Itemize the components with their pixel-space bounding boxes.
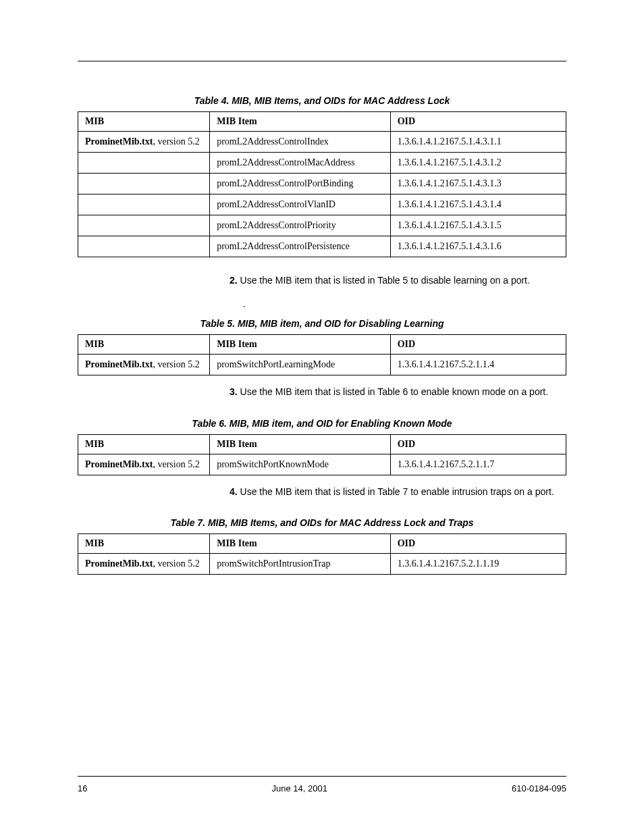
cell-mib: [78, 236, 210, 257]
page-number: 16: [78, 783, 87, 793]
cell-item: promSwitchPortIntrusionTrap: [210, 553, 391, 574]
mib-filename: ProminetMib.txt: [85, 459, 153, 469]
table-row: ProminetMib.txt, version 5.2promL2Addres…: [78, 132, 566, 153]
header-rule: [78, 61, 566, 61]
col-item: MIB Item: [210, 533, 391, 553]
col-oid: OID: [390, 112, 566, 132]
step-2-text: 2. Use the MIB item that is listed in Ta…: [243, 273, 530, 287]
step-text: Use the MIB item that is listed in Table…: [240, 275, 530, 286]
cell-item: promL2AddressControlMacAddress: [210, 153, 391, 174]
table-row: promL2AddressControlVlanID1.3.6.1.4.1.21…: [78, 194, 566, 215]
table-row: promL2AddressControlPriority1.3.6.1.4.1.…: [78, 215, 566, 236]
table6-caption: Table 6. MIB, MIB item, and OID for Enab…: [78, 418, 566, 429]
table-row: promL2AddressControlPersistence1.3.6.1.4…: [78, 236, 566, 257]
cell-oid: 1.3.6.1.4.1.2167.5.1.4.3.1.2: [390, 153, 566, 174]
col-oid: OID: [390, 533, 566, 553]
footer-date: June 14, 2001: [272, 783, 327, 793]
step-4-text: 4. Use the MIB item that is listed in Ta…: [243, 485, 554, 498]
cell-oid: 1.3.6.1.4.1.2167.5.1.4.3.1.1: [390, 132, 566, 153]
cell-oid: 1.3.6.1.4.1.2167.5.1.4.3.1.5: [390, 215, 566, 236]
step-num: 2.: [230, 275, 238, 286]
table-header-row: MIB MIB Item OID: [78, 434, 566, 454]
table4: MIB MIB Item OID ProminetMib.txt, versio…: [78, 111, 566, 257]
footer-rule: [78, 776, 566, 777]
col-mib: MIB: [78, 335, 210, 355]
cell-mib: [78, 215, 210, 236]
mib-version: , version 5.2: [153, 359, 199, 369]
cell-mib: [78, 153, 210, 174]
mib-filename: ProminetMib.txt: [85, 558, 153, 569]
table-row: ProminetMib.txt, version 5.2promSwitchPo…: [78, 454, 566, 475]
table-header-row: MIB MIB Item OID: [78, 335, 566, 355]
col-mib: MIB: [78, 434, 210, 454]
cell-item: promL2AddressControlPortBinding: [210, 174, 391, 194]
cell-oid: 1.3.6.1.4.1.2167.5.2.1.1.7: [390, 454, 566, 475]
table-row: promL2AddressControlPortBinding1.3.6.1.4…: [78, 174, 566, 194]
mib-version: , version 5.2: [153, 459, 199, 469]
table-row: ProminetMib.txt, version 5.2promSwitchPo…: [78, 355, 566, 375]
stray-period: .: [243, 299, 566, 310]
cell-mib: ProminetMib.txt, version 5.2: [78, 355, 210, 375]
step-num: 4.: [230, 486, 238, 497]
table5-body: ProminetMib.txt, version 5.2promSwitchPo…: [78, 355, 566, 375]
cell-item: promL2AddressControlVlanID: [210, 194, 391, 215]
step-3: 3. Use the MIB item that is listed in Ta…: [78, 385, 566, 398]
cell-oid: 1.3.6.1.4.1.2167.5.1.4.3.1.4: [390, 194, 566, 215]
table7: MIB MIB Item OID ProminetMib.txt, versio…: [78, 533, 566, 575]
table6-body: ProminetMib.txt, version 5.2promSwitchPo…: [78, 454, 566, 475]
step-num: 3.: [230, 386, 238, 397]
col-mib: MIB: [78, 112, 210, 132]
table-header-row: MIB MIB Item OID: [78, 112, 566, 132]
cell-mib: [78, 194, 210, 215]
cell-item: promL2AddressControlPriority: [210, 215, 391, 236]
cell-mib: ProminetMib.txt, version 5.2: [78, 553, 210, 574]
table7-caption: Table 7. MIB, MIB Items, and OIDs for MA…: [78, 517, 566, 528]
cell-mib: [78, 174, 210, 194]
col-mib: MIB: [78, 533, 210, 553]
table-row: ProminetMib.txt, version 5.2promSwitchPo…: [78, 553, 566, 574]
mib-filename: ProminetMib.txt: [85, 136, 153, 147]
table4-caption: Table 4. MIB, MIB Items, and OIDs for MA…: [78, 95, 566, 106]
cell-mib: ProminetMib.txt, version 5.2: [78, 454, 210, 475]
col-item: MIB Item: [210, 434, 391, 454]
step-3-text: 3. Use the MIB item that is listed in Ta…: [243, 385, 548, 398]
step-text: Use the MIB item that is listed in Table…: [240, 486, 554, 497]
table6: MIB MIB Item OID ProminetMib.txt, versio…: [78, 434, 566, 475]
table5: MIB MIB Item OID ProminetMib.txt, versio…: [78, 334, 566, 375]
step-4: 4. Use the MIB item that is listed in Ta…: [78, 485, 566, 498]
col-item: MIB Item: [210, 335, 391, 355]
cell-mib: ProminetMib.txt, version 5.2: [78, 132, 210, 153]
cell-oid: 1.3.6.1.4.1.2167.5.2.1.1.19: [390, 553, 566, 574]
table7-body: ProminetMib.txt, version 5.2promSwitchPo…: [78, 553, 566, 574]
table-header-row: MIB MIB Item OID: [78, 533, 566, 553]
col-oid: OID: [390, 434, 566, 454]
col-item: MIB Item: [210, 112, 391, 132]
cell-oid: 1.3.6.1.4.1.2167.5.2.1.1.4: [390, 355, 566, 375]
table4-body: ProminetMib.txt, version 5.2promL2Addres…: [78, 132, 566, 257]
mib-version: , version 5.2: [153, 558, 199, 569]
step-text: Use the MIB item that is listed in Table…: [240, 386, 549, 397]
page-footer: 16 June 14, 2001 610-0184-095: [78, 776, 566, 793]
mib-version: , version 5.2: [153, 136, 199, 147]
cell-item: promSwitchPortKnownMode: [210, 454, 391, 475]
mib-filename: ProminetMib.txt: [85, 359, 153, 369]
doc-number: 610-0184-095: [512, 783, 566, 793]
cell-item: promL2AddressControlIndex: [210, 132, 391, 153]
step-2: 2. Use the MIB item that is listed in Ta…: [78, 273, 566, 287]
page: Table 4. MIB, MIB Items, and OIDs for MA…: [0, 0, 644, 834]
col-oid: OID: [390, 335, 566, 355]
cell-item: promL2AddressControlPersistence: [210, 236, 391, 257]
cell-item: promSwitchPortLearningMode: [210, 355, 391, 375]
table5-caption: Table 5. MIB, MIB item, and OID for Disa…: [78, 318, 566, 329]
table-row: promL2AddressControlMacAddress1.3.6.1.4.…: [78, 153, 566, 174]
cell-oid: 1.3.6.1.4.1.2167.5.1.4.3.1.3: [390, 174, 566, 194]
cell-oid: 1.3.6.1.4.1.2167.5.1.4.3.1.6: [390, 236, 566, 257]
